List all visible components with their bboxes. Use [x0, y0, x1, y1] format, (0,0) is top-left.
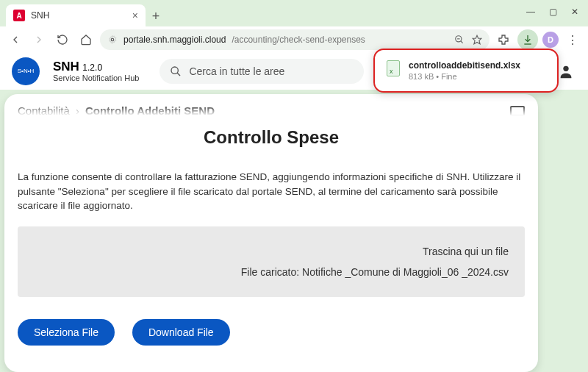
download-filename: controlloaddebitisend.xlsx — [409, 60, 520, 71]
svg-marker-4 — [473, 35, 481, 44]
download-toast[interactable]: controlloaddebitisend.xlsx 813 kB • Fine — [373, 49, 559, 93]
url-path: /accounting/check-send-expenses — [232, 35, 365, 45]
tab-favicon: A — [13, 10, 25, 21]
dropzone-hint: Trascina qui un file — [34, 246, 509, 257]
file-xlsx-icon — [387, 60, 400, 76]
app-title-block: SNH 1.2.0 Service Notification Hub — [53, 60, 139, 83]
site-settings-icon[interactable] — [107, 35, 118, 45]
download-file-button[interactable]: Download File — [132, 319, 230, 346]
extensions-icon[interactable] — [494, 30, 513, 49]
breadcrumb-item-1[interactable]: Contabilità — [18, 104, 70, 117]
tab-close-icon[interactable]: × — [132, 10, 138, 21]
account-icon[interactable] — [556, 61, 576, 82]
search-icon — [170, 65, 182, 77]
main-card: Contabilità › Controllo Addebiti SEND Co… — [4, 94, 538, 372]
page-description: La funzione consente di controllare la f… — [18, 170, 525, 213]
new-tab-button[interactable]: + — [146, 6, 166, 26]
file-dropzone[interactable]: Trascina qui un file File caricato: Noti… — [18, 226, 525, 297]
bookmark-star-icon[interactable] — [472, 35, 482, 45]
browser-tab-strip: A SNH × + — ▢ ✕ — [0, 0, 588, 26]
downloads-icon[interactable] — [517, 29, 538, 50]
toggle-icon[interactable] — [510, 106, 525, 116]
svg-point-0 — [111, 38, 114, 41]
page-title: Controllo Spese — [18, 127, 525, 148]
breadcrumb: Contabilità › Controllo Addebiti SEND — [18, 94, 525, 121]
nav-home-icon[interactable] — [76, 30, 96, 49]
search-placeholder: Cerca in tutte le aree — [189, 65, 284, 77]
breadcrumb-separator: › — [76, 104, 79, 117]
nav-reload-icon[interactable] — [53, 30, 72, 49]
browser-tab[interactable]: A SNH × — [6, 4, 146, 26]
profile-avatar[interactable]: D — [542, 32, 559, 48]
app-logo[interactable]: S•N•H — [12, 57, 40, 85]
url-domain: portale.snh.maggioli.cloud — [123, 35, 226, 45]
zoom-icon[interactable] — [454, 35, 465, 45]
svg-point-7 — [563, 66, 568, 71]
search-input[interactable]: Cerca in tutte le aree — [159, 59, 364, 84]
nav-back-icon[interactable] — [6, 30, 25, 49]
address-bar[interactable]: portale.snh.maggioli.cloud/accounting/ch… — [100, 29, 490, 50]
breadcrumb-item-2: Controllo Addebiti SEND — [85, 104, 215, 117]
window-maximize-icon[interactable]: ▢ — [542, 3, 563, 21]
svg-line-6 — [177, 73, 180, 76]
browser-menu-icon[interactable]: ⋮ — [563, 30, 582, 49]
nav-forward-icon[interactable] — [29, 30, 49, 49]
download-meta: 813 kB • Fine — [409, 72, 520, 81]
tab-title: SNH — [31, 10, 126, 21]
uploaded-file-label: File caricato: Notifiche _Comune di Magg… — [34, 266, 509, 278]
window-close-icon[interactable]: ✕ — [564, 3, 585, 21]
svg-line-2 — [461, 41, 463, 43]
select-file-button[interactable]: Seleziona File — [18, 319, 115, 346]
window-minimize-icon[interactable]: — — [520, 3, 541, 21]
svg-point-5 — [171, 67, 178, 74]
